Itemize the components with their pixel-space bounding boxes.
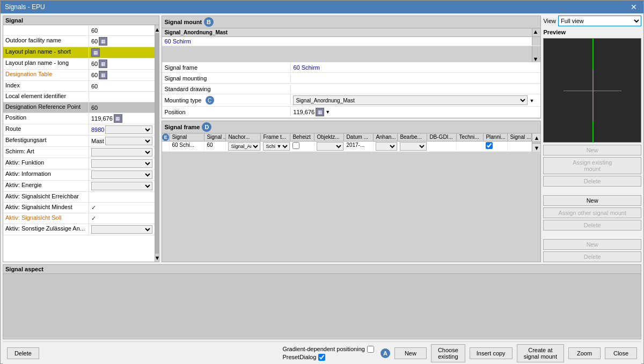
- signal-row-12: Aktiv: Funktion: [3, 158, 155, 169]
- aktiv-sonstige-select[interactable]: [91, 225, 152, 234]
- signal-aspect-header: Signal aspect: [3, 265, 641, 274]
- badge-e: E: [162, 133, 169, 141]
- window-close-button[interactable]: ✕: [628, 3, 639, 11]
- insert-copy-button[interactable]: Insert copy: [470, 347, 513, 359]
- preset-row: PresetDialog: [282, 354, 374, 361]
- befestigungsart-select[interactable]: [105, 137, 153, 145]
- frame-t-select[interactable]: Schi ▼: [263, 142, 290, 151]
- mount-form-row-3: Standard drawing: [162, 84, 540, 94]
- title-bar: Signals - EPU ✕: [1, 1, 643, 13]
- mount-scroll-up[interactable]: ▲: [532, 28, 540, 36]
- calc-btn-8[interactable]: ▦: [114, 114, 122, 123]
- frame-col-beheizt: Beheizt: [290, 133, 314, 141]
- bottom-bar: Delete Gradient-dependent positioning Pr…: [3, 341, 641, 364]
- frame-scroll-down[interactable]: ▼: [532, 143, 540, 152]
- signal-value-3: 60 ▦: [89, 58, 155, 69]
- signal-row-8: Position 119,676 ▦: [3, 113, 155, 124]
- frame-data-bearbe: [398, 142, 427, 151]
- signal-val-text-5: 60: [91, 83, 98, 90]
- signal-row-18: Aktiv: Sonstige Zulässige An...: [3, 224, 155, 235]
- zoom-button[interactable]: Zoom: [568, 347, 601, 359]
- preset-label: PresetDialog: [282, 354, 316, 360]
- assign-existing-mount-button[interactable]: Assign existing mount: [543, 157, 641, 174]
- position-expand[interactable]: ▼: [325, 109, 330, 115]
- signal-value-10: Mast: [89, 136, 155, 146]
- frame-col-planni: Planni...: [484, 133, 508, 141]
- signal-label-17: Aktiv: Signalsicht Soll: [3, 213, 89, 224]
- signal-frame-title: Signal frame: [164, 124, 200, 130]
- signal-mount-section: Signal mount B Signal_Anordnung_Mast ▲ 6…: [162, 16, 541, 118]
- planni-checkbox[interactable]: [486, 142, 493, 149]
- scroll-up-btn[interactable]: ▲: [155, 25, 159, 34]
- scroll-down-btn[interactable]: ▼: [155, 253, 159, 262]
- beheizt-checkbox[interactable]: [292, 142, 299, 149]
- mounting-type-select[interactable]: Signal_Anordnung_Mast: [293, 95, 528, 105]
- calc-btn-3[interactable]: ▦: [99, 60, 107, 68]
- view-label: View: [543, 18, 556, 24]
- check-17: ✓: [91, 215, 96, 222]
- frame-data-datum: 2017-...: [344, 142, 374, 151]
- signal-label-11: Schirm: Art: [3, 147, 89, 158]
- calc-btn-4[interactable]: ▦: [99, 71, 107, 79]
- nachor-select[interactable]: Signal_Ar: [228, 142, 260, 151]
- signal-val-text-9: 8980: [91, 127, 104, 133]
- signal-value-18: [89, 224, 155, 235]
- mount-label-signal-frame: Signal frame: [162, 63, 291, 72]
- signal-value-11: [89, 147, 155, 158]
- choose-existing-button[interactable]: Choose existing: [431, 344, 465, 362]
- mount-form-row-4: Mounting type C Signal_Anordnung_Mast ▼: [162, 94, 540, 107]
- aktiv-info-select[interactable]: [91, 170, 152, 179]
- aktiv-energie-select[interactable]: [91, 182, 152, 190]
- mount-new-button[interactable]: New: [543, 145, 641, 155]
- frame-col-signal2: Signal ...: [204, 133, 226, 141]
- signal-row-7: Designation Reference Point 60: [3, 102, 155, 113]
- signal-val-text-8: 119,676: [91, 115, 113, 122]
- position-calc-btn[interactable]: ▦: [316, 108, 324, 116]
- signal-mount-new-button[interactable]: New: [543, 195, 641, 206]
- signal-aspect-new-button[interactable]: New: [543, 239, 641, 250]
- calc-btn-1[interactable]: ▦: [99, 37, 107, 46]
- gradient-checkbox[interactable]: [367, 346, 374, 353]
- objektz-select[interactable]: [317, 142, 343, 151]
- check-16: ✓: [91, 204, 96, 211]
- preset-checkbox[interactable]: [318, 354, 325, 361]
- route-select[interactable]: [105, 125, 152, 134]
- signal-mount-delete-button[interactable]: Delete: [543, 220, 641, 231]
- signal-frame-table-area: E Signal Signal ... Nachor... Frame t...…: [162, 133, 540, 152]
- frame-col-techni: Techni...: [457, 133, 484, 141]
- assign-other-signal-mount-button[interactable]: Assign other signal mount: [543, 207, 641, 218]
- create-at-signal-mount-button[interactable]: Create at signal mount: [517, 344, 564, 362]
- close-bottom-button[interactable]: Close: [605, 347, 637, 359]
- signal-value-13: [89, 169, 155, 180]
- frame-scroll-up[interactable]: ▲: [532, 133, 540, 142]
- signal-scrollbar[interactable]: ▲ ▼: [155, 25, 159, 262]
- signal-row-2: Layout plan name - short ▦: [3, 47, 155, 58]
- new-bottom-button[interactable]: New: [394, 347, 427, 359]
- mounting-type-expand[interactable]: ▼: [529, 98, 534, 103]
- calc-btn-2[interactable]: ▦: [91, 48, 100, 57]
- signal-label-7: Designation Reference Point: [3, 102, 89, 113]
- scrollbar-thumb[interactable]: [155, 34, 159, 253]
- signal-row-14: Aktiv: Energie: [3, 181, 155, 192]
- mount-form: Signal frame 60 Schirm Signal mounting S…: [162, 62, 540, 118]
- delete-button[interactable]: Delete: [7, 347, 39, 359]
- signal-value-5: 60: [89, 81, 155, 91]
- mount-scroll-thumb: [532, 37, 540, 46]
- signal-label-15: Aktiv: Signalsicht Erreichbar: [3, 192, 89, 202]
- mount-scroll-down[interactable]: ▼: [532, 46, 540, 62]
- view-select[interactable]: Full view: [558, 16, 641, 26]
- badge-b: B: [204, 17, 214, 27]
- signal-aspect-delete-button[interactable]: Delete: [543, 251, 641, 262]
- frame-scrollbar[interactable]: ▲ ▼: [532, 133, 540, 152]
- mount-form-row-2: Signal mounting: [162, 73, 540, 84]
- bearbe-select[interactable]: [400, 142, 427, 151]
- badge-d: D: [202, 122, 211, 132]
- anhan-select[interactable]: [376, 142, 397, 151]
- mount-data-cell-1: 60 Schirm: [162, 37, 532, 46]
- divider-2: [543, 233, 641, 237]
- schirm-art-select[interactable]: [91, 148, 152, 157]
- aktiv-funktion-select[interactable]: [91, 159, 152, 168]
- mount-delete-button[interactable]: Delete: [543, 176, 641, 187]
- view-row: View Full view: [543, 16, 641, 26]
- signal-value-9: 8980: [89, 124, 155, 135]
